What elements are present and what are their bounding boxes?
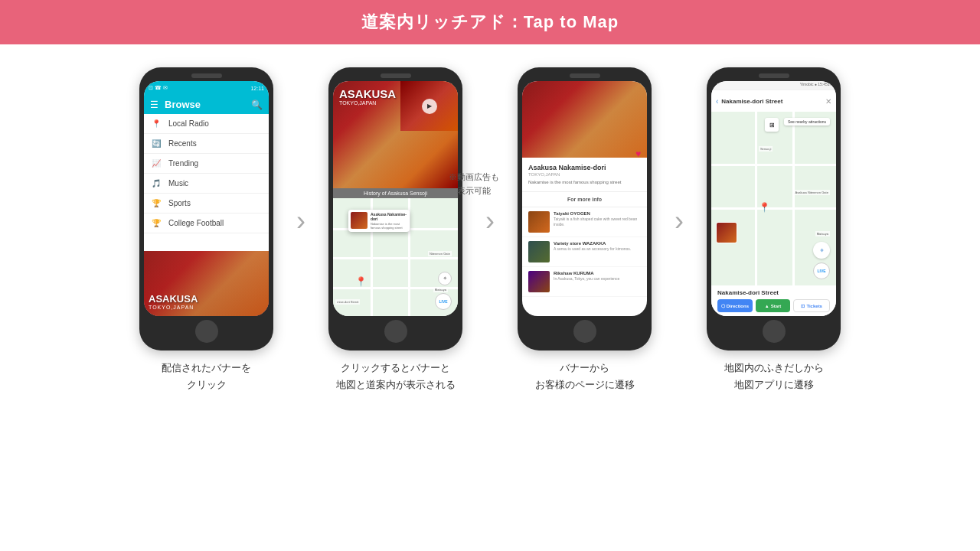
list-item-taiyaki: Taiyaki OYOGEN Taiyaki is a fish shaped …	[522, 207, 647, 237]
close-icon[interactable]: ✕	[825, 97, 831, 106]
phone4-map: Senso-ji Asakusa Nitenmon Gate Matsuya S…	[711, 112, 836, 285]
menu-item-college-football: 🏆 College Football	[144, 214, 269, 233]
phone2-map: Senso-ji Nitenmon Gate Matsuya mise-dori…	[333, 198, 458, 316]
back-icon[interactable]: ‹	[716, 97, 718, 106]
ph4-road-h2	[711, 207, 836, 210]
recents-icon: 🔄	[152, 139, 161, 148]
ph4-road-v1	[755, 112, 757, 285]
sports-icon: 🏆	[152, 199, 161, 207]
wazakka-desc: A sensu is used as an accessory for kimo…	[554, 246, 631, 252]
menu-item-music: 🎵 Music	[144, 174, 269, 194]
list-item-rikshaw: Rikshaw KURUMA In Asakusa, Tokyo, you ca…	[522, 267, 647, 297]
popup-desc: Nakamise is the most famous shopping str…	[371, 222, 407, 230]
phone3-layout: ♥ Asakusa Nakamise-dori TOKYO,JAPAN Naka…	[522, 81, 647, 316]
page-title: 道案内リッチアド：Tap to Map	[0, 11, 980, 34]
phones-container: ⊡ ☎ ✉ 12:11 ☰ Browse 🔍 📍 Local Radio	[0, 44, 980, 401]
local-radio-label: Local Radio	[168, 119, 209, 128]
local-radio-icon: 📍	[152, 119, 161, 128]
start-icon: ▲	[765, 304, 769, 308]
ph4-road-h1	[711, 164, 836, 166]
caption-4: 地図内のふきだしから 地図アプリに遷移	[724, 360, 824, 393]
ph4-marker: 📍	[759, 202, 770, 213]
status-time: 12:11	[250, 86, 264, 91]
start-button[interactable]: ▲ Start	[756, 299, 791, 312]
play-button[interactable]: ▶	[422, 99, 437, 114]
college-football-icon: 🏆	[152, 219, 161, 227]
phone2-layout: ASAKUSA TOKYO,JAPAN ▶ History of Asakusa…	[333, 81, 458, 316]
menu-item-local-radio: 📍 Local Radio	[144, 114, 269, 134]
phone-frame-2: ASAKUSA TOKYO,JAPAN ▶ History of Asakusa…	[328, 67, 462, 350]
phone3-hero-image	[522, 81, 647, 158]
phone2-asakusa-title: ASAKUSA	[339, 87, 396, 100]
map-label-matsuya: Matsuya	[433, 287, 448, 292]
phone-section-1: ⊡ ☎ ✉ 12:11 ☰ Browse 🔍 📍 Local Radio	[139, 67, 273, 393]
popup-title: Asakusa Nakamise-dori	[371, 212, 407, 221]
hamburger-icon: ☰	[150, 99, 158, 110]
phone4-topbar: ‹ Nakamise-dori Street ✕	[711, 90, 836, 112]
tickets-button[interactable]: ⊡ Tickets	[793, 299, 830, 312]
status-bar-1: ⊡ ☎ ✉ 12:11	[144, 81, 269, 95]
arrow-1: ›	[296, 205, 305, 237]
nearby-button[interactable]: See nearby attractions	[784, 118, 830, 126]
phone2-hero-image: ASAKUSA TOKYO,JAPAN ▶	[333, 81, 458, 188]
home-button-2[interactable]	[384, 320, 407, 343]
layer-button[interactable]: ⊞	[765, 118, 779, 132]
navigation-button[interactable]: ⌖	[438, 272, 452, 285]
banner-text: ASAKUSA TOKYO,JAPAN	[149, 293, 198, 310]
place-image-on-map	[716, 222, 737, 243]
phone4-layout: Yimobic ● 15:4 51% ‹ Nakamise-dori Stree…	[711, 81, 836, 316]
nav-button[interactable]: ⌖	[813, 242, 830, 259]
arrow-2-section: ›	[485, 67, 495, 237]
home-button-1[interactable]	[195, 320, 218, 343]
home-button-3[interactable]	[573, 320, 596, 343]
history-bar: History of Asakusa Sensoji	[333, 188, 458, 198]
place-sub-3: TOKYO,JAPAN	[528, 172, 641, 177]
rikshaw-title: Rikshaw KURUMA	[554, 271, 619, 276]
rikshaw-text: Rikshaw KURUMA In Asakusa, Tokyo, you ca…	[554, 271, 619, 292]
map-popup: Asakusa Nakamise-dori Nakamise is the mo…	[348, 210, 410, 232]
phone-screen-1: ⊡ ☎ ✉ 12:11 ☰ Browse 🔍 📍 Local Radio	[144, 81, 269, 316]
caption-3: バナーから お客様のページに遷移	[535, 360, 635, 393]
banner-ad-1[interactable]: ASAKUSA TOKYO,JAPAN	[144, 251, 269, 316]
ph4-road-v2	[792, 112, 795, 285]
phone-notch-1	[191, 73, 222, 78]
rikshaw-desc: In Asakusa, Tokyo, you can experience	[554, 276, 619, 282]
arrow-2: ›	[485, 205, 495, 237]
banner-title: ASAKUSA	[149, 293, 198, 305]
heart-icon[interactable]: ♥	[635, 148, 641, 159]
arrow-1-section: ›	[296, 67, 305, 237]
video-preview[interactable]: ▶	[400, 81, 458, 131]
taiyaki-image	[528, 211, 550, 233]
taiyaki-desc: Taiyaki is a fish shaped cake with sweet…	[554, 217, 641, 227]
live-button[interactable]: LIVE	[435, 293, 452, 310]
home-button-4[interactable]	[763, 320, 786, 343]
phone1-topbar: ☰ Browse 🔍	[144, 95, 269, 114]
ph4-live-button[interactable]: LIVE	[813, 262, 830, 279]
phone-notch-3	[570, 73, 600, 78]
tickets-icon: ⊡	[801, 303, 805, 308]
place-card: Nakamise-dori Street ⬡ Directions ▲ Star…	[711, 285, 836, 316]
wazakka-text: Variety store WAZAKKA A sensu is used as…	[554, 241, 631, 262]
popup-text: Asakusa Nakamise-dori Nakamise is the mo…	[371, 212, 407, 230]
ph4-label-sensoji: Senso-ji	[759, 146, 773, 152]
phone-frame-3: ♥ Asakusa Nakamise-dori TOKYO,JAPAN Naka…	[518, 67, 652, 350]
college-football-label: College Football	[168, 219, 224, 227]
ph4-label-asakusa: Asakusa Nitenmon Gate	[794, 190, 830, 195]
directions-button[interactable]: ⬡ Directions	[717, 299, 753, 312]
map-marker: 📍	[355, 276, 367, 287]
trending-label: Trending	[168, 159, 198, 168]
caption-2: クリックするとバナーと 地図と道案内が表示される	[336, 360, 456, 393]
phone-notch-4	[759, 73, 789, 78]
phone4-place-title: Nakamise-dori Street	[721, 98, 822, 105]
more-info-button[interactable]: For more info	[522, 192, 647, 207]
phone-section-4: Yimobic ● 15:4 51% ‹ Nakamise-dori Stree…	[707, 67, 841, 393]
browse-title: Browse	[165, 99, 245, 110]
map-label-nakamise: mise-dori Street	[335, 299, 360, 305]
music-label: Music	[168, 179, 188, 187]
action-buttons: ⬡ Directions ▲ Start ⊡ Tickets	[717, 299, 830, 312]
popup-content: Asakusa Nakamise-dori Nakamise is the mo…	[348, 210, 410, 232]
map-label-nitenmon: Nitenmon Gate	[428, 251, 452, 256]
phone-section-2: ASAKUSA TOKYO,JAPAN ▶ History of Asakusa…	[328, 67, 462, 393]
phone-frame-4: Yimobic ● 15:4 51% ‹ Nakamise-dori Stree…	[707, 67, 841, 350]
phone-screen-3: ♥ Asakusa Nakamise-dori TOKYO,JAPAN Naka…	[522, 81, 647, 316]
